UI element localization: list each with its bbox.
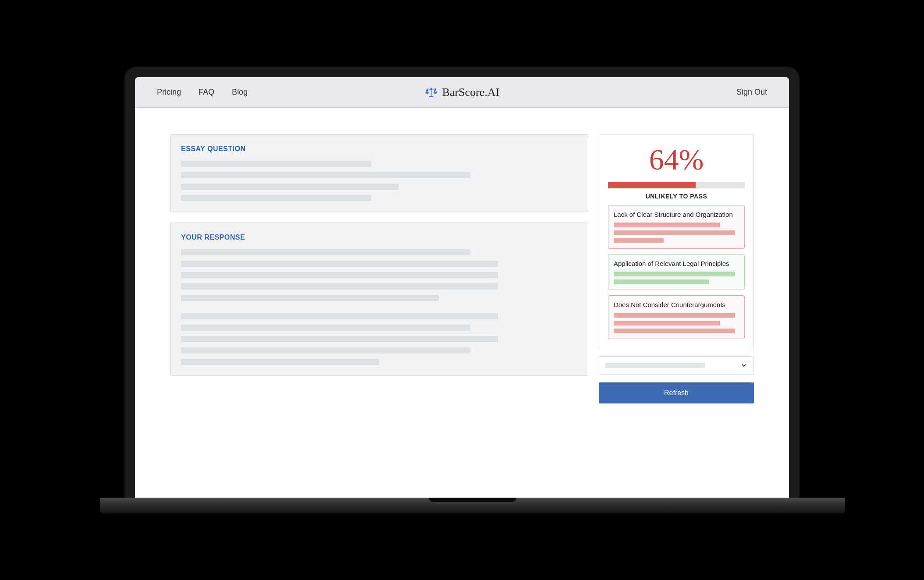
skeleton-line (181, 161, 371, 167)
laptop-notch (429, 498, 516, 502)
screen: Pricing FAQ Blog BarScore.AI Sign Out (135, 77, 789, 498)
nav-link-pricing[interactable]: Pricing (157, 88, 181, 97)
feedback-skeleton-line (614, 313, 735, 318)
filter-dropdown[interactable] (599, 356, 754, 375)
main-content: ESSAY QUESTION YOUR RESPONSE (135, 108, 789, 430)
sign-out-link[interactable]: Sign Out (736, 88, 767, 97)
feedback-skeleton-line (614, 279, 709, 284)
essay-question-title: ESSAY QUESTION (181, 145, 577, 153)
refresh-button[interactable]: Refresh (599, 382, 754, 403)
logo-text: BarScore.AI (442, 86, 500, 99)
feedback-title: Application of Relevant Legal Principles (614, 260, 739, 267)
laptop-base (100, 498, 845, 513)
score-percent: 64% (608, 143, 745, 176)
feedback-title: Lack of Clear Structure and Organization (614, 211, 739, 218)
score-card: 64% UNLIKELY TO PASS Lack of Clear Struc… (599, 134, 754, 348)
skeleton-line (181, 336, 498, 342)
feedback-skeleton-line (614, 321, 720, 325)
skeleton-line (181, 272, 498, 278)
feedback-skeleton-line (614, 272, 735, 276)
feedback-card-2: Does Not Consider Counterarguments (608, 295, 745, 339)
feedback-skeleton-line (614, 238, 664, 243)
essay-question-card: ESSAY QUESTION (170, 134, 588, 212)
feedback-skeleton-line (614, 230, 735, 235)
feedback-skeleton-line (614, 329, 735, 333)
logo[interactable]: BarScore.AI (425, 86, 500, 99)
scales-icon (425, 86, 438, 99)
chevron-down-icon (740, 362, 747, 369)
skeleton-line (181, 313, 498, 319)
feedback-title: Does Not Consider Counterarguments (614, 301, 739, 308)
skeleton-line (181, 283, 498, 290)
nav-link-blog[interactable]: Blog (232, 88, 248, 97)
left-column: ESSAY QUESTION YOUR RESPONSE (170, 134, 588, 403)
feedback-list: Lack of Clear Structure and Organization… (608, 205, 745, 339)
skeleton-gap (181, 306, 577, 313)
svg-point-5 (430, 88, 432, 90)
skeleton-line (181, 359, 379, 365)
nav-link-faq[interactable]: FAQ (199, 88, 214, 97)
skeleton-line (181, 195, 371, 201)
score-progress-bar (608, 182, 745, 188)
skeleton-line (181, 347, 470, 354)
skeleton-line (181, 295, 439, 301)
skeleton-line (181, 261, 498, 267)
feedback-card-0: Lack of Clear Structure and Organization (608, 205, 745, 249)
feedback-card-1: Application of Relevant Legal Principles (608, 254, 745, 290)
skeleton-line (181, 184, 399, 190)
right-column: 64% UNLIKELY TO PASS Lack of Clear Struc… (599, 134, 754, 403)
skeleton-line (181, 325, 470, 331)
score-label: UNLIKELY TO PASS (608, 193, 745, 200)
your-response-title: YOUR RESPONSE (181, 233, 577, 241)
laptop-frame: Pricing FAQ Blog BarScore.AI Sign Out (124, 67, 800, 513)
score-progress-fill (608, 182, 696, 188)
nav-links: Pricing FAQ Blog (157, 88, 248, 97)
your-response-card: YOUR RESPONSE (170, 223, 588, 376)
skeleton-line (181, 172, 470, 178)
navbar: Pricing FAQ Blog BarScore.AI Sign Out (135, 77, 789, 108)
feedback-skeleton-line (614, 223, 720, 227)
skeleton-line (181, 249, 470, 255)
dropdown-placeholder (605, 363, 705, 368)
